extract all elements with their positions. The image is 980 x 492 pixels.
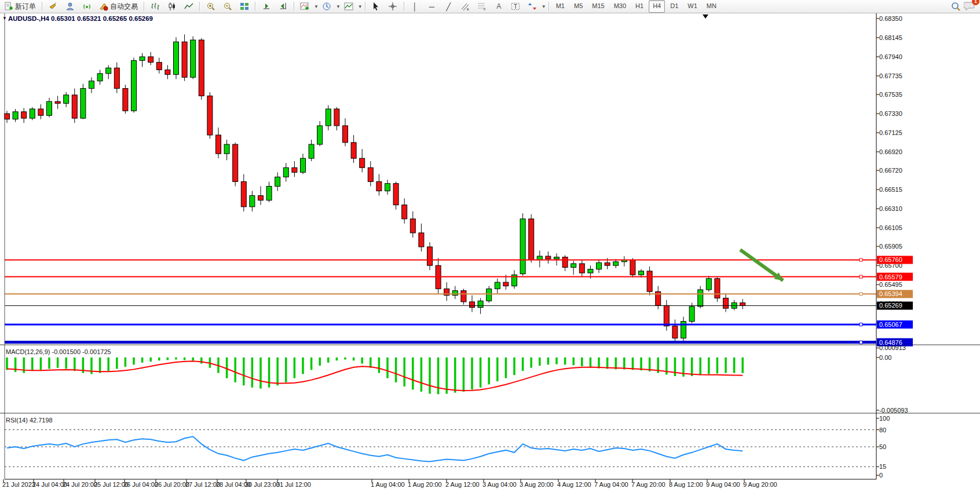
svg-text:0.65269: 0.65269 — [879, 302, 902, 309]
candle-body — [698, 290, 703, 307]
chevron-down-icon[interactable]: ▼ — [336, 4, 341, 9]
vertical-line-icon[interactable]: │ — [407, 1, 423, 12]
period-icon[interactable] — [319, 1, 335, 12]
timeframe-h4[interactable]: H4 — [649, 0, 665, 13]
time-label: 26 Jul 04:00 — [123, 481, 158, 488]
time-axis[interactable]: 21 Jul 202324 Jul 04:0024 Jul 20:0025 Ju… — [2, 479, 777, 488]
toolbar-separator — [294, 2, 294, 11]
svg-text:0: 0 — [879, 472, 883, 479]
svg-text:0.66720: 0.66720 — [879, 167, 902, 174]
new-order-icon — [3, 2, 13, 11]
svg-text:0.00: 0.00 — [879, 354, 891, 361]
time-label: 2 Aug 12:00 — [445, 481, 480, 488]
profile-icon[interactable] — [61, 1, 78, 12]
chart-window[interactable]: 0.683500.681450.679400.677350.675350.673… — [0, 13, 980, 492]
svg-text:0.67125: 0.67125 — [879, 129, 902, 136]
time-label: 7 Aug 04:00 — [594, 481, 628, 488]
time-label: 21 Jul 2023 — [2, 481, 35, 488]
chevron-down-icon[interactable]: ▼ — [542, 4, 546, 9]
candle-body — [55, 101, 60, 103]
svg-text:0.68145: 0.68145 — [879, 34, 902, 41]
chevron-down-icon[interactable]: ▼ — [358, 4, 363, 9]
horizontal-line-icon[interactable]: ─ — [423, 1, 440, 12]
chart-shift-icon[interactable] — [275, 1, 291, 12]
timeframe-m5[interactable]: M5 — [570, 0, 587, 13]
candle-body — [402, 205, 407, 219]
candle-body — [224, 144, 229, 154]
timeframe-mn[interactable]: MN — [703, 0, 721, 13]
text-label-icon[interactable]: T — [507, 1, 524, 12]
candle-body — [546, 256, 551, 259]
zoom-out-icon[interactable] — [219, 1, 236, 12]
autotrade-button[interactable]: 自动交易 — [95, 0, 141, 13]
arrows-icon[interactable] — [524, 1, 541, 12]
candle-body — [597, 263, 602, 269]
time-label: 26 Jul 20:00 — [155, 481, 189, 488]
candle-body — [148, 57, 153, 63]
candle-body — [495, 282, 500, 289]
candle-body — [461, 291, 466, 302]
candle-body — [343, 126, 348, 143]
svg-text:E: E — [467, 8, 469, 11]
candle-body — [630, 260, 635, 275]
line-chart-icon[interactable] — [180, 1, 197, 12]
zoom-in-icon[interactable] — [202, 1, 219, 12]
crosshair-icon[interactable] — [385, 1, 401, 12]
candle-body — [393, 184, 398, 205]
text-icon[interactable]: A — [491, 1, 507, 12]
toolbar-separator — [144, 2, 144, 11]
add-indicator-icon[interactable] — [297, 1, 313, 12]
candle-body — [503, 282, 509, 286]
trendline-icon[interactable]: ╱ — [440, 1, 457, 12]
new-order-button[interactable]: 新订单 — [0, 0, 39, 13]
svg-text:-0.005093: -0.005093 — [879, 407, 908, 414]
template-icon[interactable] — [341, 1, 357, 12]
line-handle — [860, 293, 862, 296]
svg-text:0.67535: 0.67535 — [879, 91, 902, 98]
candle-body — [562, 257, 568, 268]
svg-text:0.66515: 0.66515 — [879, 186, 902, 193]
time-label: 8 Aug 12:00 — [669, 481, 703, 488]
candle-body — [427, 247, 433, 265]
time-label: 9 Aug 20:00 — [743, 481, 777, 488]
candle-body — [740, 303, 745, 305]
search-icon[interactable] — [950, 2, 960, 11]
timeframe-w1[interactable]: W1 — [683, 0, 701, 13]
timeframe-m15[interactable]: M15 — [588, 0, 608, 13]
candle-body — [241, 181, 246, 206]
candle-body — [89, 81, 94, 89]
channel-icon[interactable]: E — [457, 1, 474, 12]
cursor-icon[interactable] — [368, 1, 385, 12]
timeframe-m30[interactable]: M30 — [610, 0, 630, 13]
svg-text:0.66105: 0.66105 — [879, 224, 902, 231]
signal-icon[interactable] — [78, 1, 95, 12]
candle-body — [376, 181, 382, 191]
timeframe-h1[interactable]: H1 — [631, 0, 648, 13]
chart-canvas[interactable]: 0.683500.681450.679400.677350.675350.673… — [0, 13, 980, 492]
time-label: 27 Jul 12:00 — [185, 481, 220, 488]
auto-scroll-icon[interactable] — [258, 1, 275, 12]
time-label: 30 Jul 23:00 — [245, 481, 280, 488]
time-label: 1 Aug 04:00 — [371, 481, 405, 488]
svg-text:80: 80 — [879, 427, 886, 433]
toolbar-separator — [404, 2, 404, 11]
timeframe-m1[interactable]: M1 — [552, 0, 569, 13]
candle-body — [326, 109, 331, 126]
bar-chart-icon[interactable] — [147, 1, 163, 12]
symbol-caret-icon[interactable]: ▼ — [2, 16, 7, 21]
candle-chart-icon[interactable] — [163, 1, 180, 12]
horn-icon[interactable] — [45, 1, 61, 12]
chat-button[interactable]: 1 — [964, 1, 975, 13]
autotrade-icon — [98, 2, 108, 11]
fibonacci-icon[interactable]: F — [474, 1, 491, 12]
chevron-down-icon[interactable]: ▼ — [314, 4, 319, 9]
candle-body — [114, 68, 119, 88]
candle-body — [199, 40, 204, 96]
candle-body — [317, 126, 323, 144]
candle-body — [706, 279, 711, 290]
time-label: 9 Aug 04:00 — [706, 481, 740, 488]
tile-windows-icon[interactable] — [236, 1, 253, 12]
timeframe-d1[interactable]: D1 — [666, 0, 682, 13]
time-label: 31 Jul 12:00 — [276, 481, 311, 488]
candle-body — [478, 301, 483, 307]
